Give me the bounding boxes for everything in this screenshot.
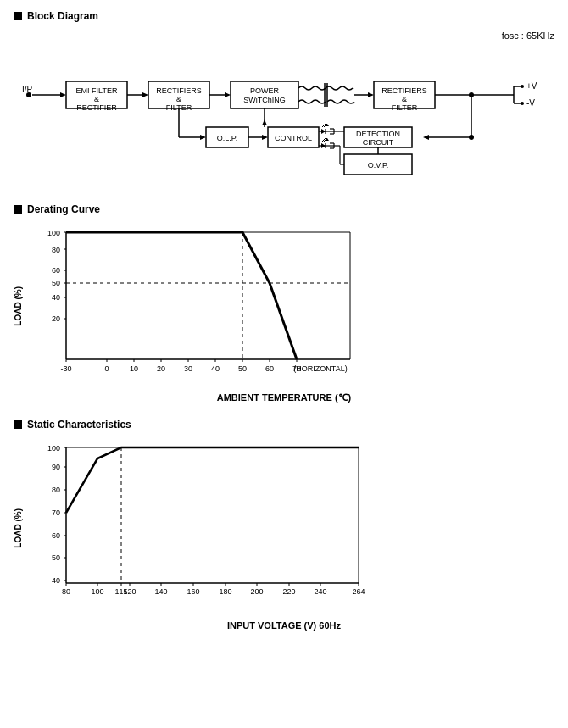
svg-text:O.L.P.: O.L.P. [217, 134, 237, 142]
derating-curve-svg: 100 80 60 50 40 20 -30 0 10 20 30 [28, 224, 503, 389]
block-diagram-title: Block Diagram [27, 10, 98, 22]
svg-text:30: 30 [184, 364, 192, 373]
svg-text:60: 60 [52, 266, 60, 275]
svg-text:&: & [176, 95, 181, 103]
derating-chart-wrapper: LOAD (%) 100 80 60 50 40 20 [14, 224, 554, 389]
derating-y-label: LOAD (%) [14, 286, 23, 326]
svg-text:-30: -30 [60, 364, 71, 373]
svg-text:160: 160 [187, 587, 199, 596]
block-diagram-header: Block Diagram [14, 10, 554, 22]
derating-curve-section: Derating Curve LOAD (%) 100 80 60 50 40 [14, 203, 554, 403]
svg-text:CIRCUIT: CIRCUIT [363, 138, 394, 147]
svg-text:40: 40 [52, 576, 60, 585]
svg-text:50: 50 [52, 279, 60, 287]
svg-text:CONTROL: CONTROL [275, 134, 312, 142]
svg-text:70: 70 [52, 508, 60, 517]
static-curve-svg: 100 90 80 70 60 50 40 80 100 115 120 1 [28, 439, 503, 617]
static-char-header: Static Characteristics [14, 419, 554, 431]
svg-text:264: 264 [352, 587, 365, 596]
svg-text:60: 60 [52, 531, 60, 540]
svg-text:80: 80 [62, 587, 70, 596]
svg-text:SWiTChING: SWiTChING [243, 96, 286, 104]
static-y-label: LOAD (%) [14, 508, 23, 548]
svg-text:EMI FILTER: EMI FILTER [76, 86, 118, 95]
static-char-title: Static Characteristics [27, 419, 131, 431]
svg-marker-22 [368, 92, 374, 97]
svg-text:(HORIZONTAL): (HORIZONTAL) [293, 364, 347, 373]
svg-marker-3 [60, 92, 66, 97]
svg-text:20: 20 [157, 364, 165, 373]
svg-text:100: 100 [47, 444, 60, 453]
svg-point-32 [521, 85, 524, 88]
svg-marker-15 [225, 92, 231, 97]
svg-marker-9 [142, 92, 148, 97]
svg-text:100: 100 [91, 587, 103, 596]
svg-text:200: 200 [250, 587, 263, 596]
derating-x-label: AMBIENT TEMPERATURE (℃) [14, 392, 554, 403]
svg-text:120: 120 [123, 587, 136, 596]
section-square-icon3 [14, 420, 22, 429]
derating-curve-header: Derating Curve [14, 203, 554, 215]
svg-text:FILTER: FILTER [392, 103, 418, 112]
section-square-icon [14, 12, 22, 20]
svg-marker-40 [200, 135, 206, 140]
svg-text:POWER: POWER [250, 86, 280, 95]
svg-text:&: & [402, 95, 407, 103]
svg-text:140: 140 [154, 587, 167, 596]
svg-text:&: & [94, 95, 99, 103]
svg-marker-48 [321, 129, 326, 134]
svg-text:50: 50 [52, 553, 60, 562]
svg-text:0: 0 [104, 364, 109, 373]
svg-text:DETECTION: DETECTION [356, 130, 400, 138]
svg-text:RECTIFIERS: RECTIFIERS [156, 86, 202, 95]
svg-text:RECTIFIERS: RECTIFIERS [381, 86, 427, 95]
fosc-label: fosc : 65KHz [14, 31, 554, 41]
block-diagram-section: Block Diagram fosc : 65KHz I/P EMI FILTE… [14, 10, 554, 188]
svg-text:40: 40 [211, 364, 220, 373]
svg-text:60: 60 [265, 364, 274, 373]
static-x-label: INPUT VOLTAGE (V) 60Hz [14, 620, 554, 631]
svg-text:-V: -V [526, 98, 535, 108]
svg-marker-80 [262, 119, 267, 125]
svg-marker-71 [423, 135, 429, 140]
svg-marker-57 [321, 143, 326, 148]
svg-rect-16 [231, 81, 298, 108]
block-diagram-svg: I/P EMI FILTER & RECTIFIER RECTIFIERS & … [14, 44, 556, 188]
section-square-icon2 [14, 205, 22, 214]
svg-text:50: 50 [238, 364, 247, 373]
svg-text:I/P: I/P [22, 85, 33, 94]
derating-curve-title: Derating Curve [27, 203, 100, 215]
svg-text:40: 40 [52, 293, 60, 302]
svg-text:+V: +V [526, 81, 537, 91]
svg-text:10: 10 [130, 364, 138, 373]
svg-text:180: 180 [219, 587, 231, 596]
svg-marker-44 [262, 135, 268, 140]
svg-text:80: 80 [52, 486, 60, 494]
svg-point-36 [521, 102, 524, 105]
svg-text:90: 90 [52, 463, 60, 471]
svg-text:220: 220 [282, 587, 295, 596]
svg-text:240: 240 [314, 587, 326, 596]
svg-text:80: 80 [52, 246, 60, 254]
static-characteristics-section: Static Characteristics LOAD (%) 100 90 8… [14, 419, 554, 631]
svg-text:RECTIFIER: RECTIFIER [76, 103, 117, 112]
svg-text:O.V.P.: O.V.P. [368, 161, 389, 169]
svg-text:20: 20 [52, 314, 60, 323]
static-chart-wrapper: LOAD (%) 100 90 80 70 60 50 [14, 439, 554, 617]
svg-text:100: 100 [47, 229, 60, 237]
